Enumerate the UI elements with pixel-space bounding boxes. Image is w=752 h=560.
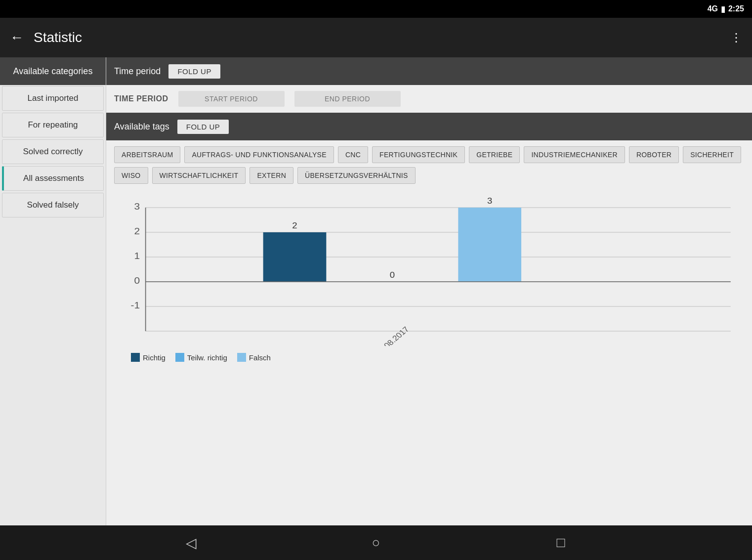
tags-header: Available tags FOLD UP: [106, 113, 752, 140]
tag-arbeitsraum[interactable]: ARBEITSRAUM: [114, 146, 180, 163]
start-period-input[interactable]: [178, 91, 285, 107]
svg-text:3: 3: [134, 201, 140, 211]
app-bar: ← Statistic ⋮: [0, 18, 752, 57]
signal-indicator: 4G: [708, 4, 718, 13]
time-display: 2:25: [728, 4, 744, 13]
chart-wrapper: 3 2 1 0 -1 2 0 3: [111, 198, 742, 366]
sidebar-item-all-assessments[interactable]: All assessments: [2, 166, 104, 191]
bar-chart: 3 2 1 0 -1 2 0 3: [111, 198, 742, 346]
app-title: Statistic: [34, 30, 720, 45]
tag-uebersetzungsverhaeltnis[interactable]: ÜBERSETZUNGSVERHÄLTNIS: [297, 167, 416, 184]
nav-home-button[interactable]: ○: [364, 530, 388, 555]
bar-falsch: [458, 208, 521, 282]
chart-area: 3 2 1 0 -1 2 0 3: [106, 190, 752, 525]
sidebar: Available categories Last imported For r…: [0, 57, 106, 525]
svg-text:01.08.2017: 01.08.2017: [374, 325, 411, 346]
end-period-input[interactable]: [294, 91, 401, 107]
svg-text:-1: -1: [130, 300, 140, 310]
tag-wirtschaftlichkeit[interactable]: WIRTSCHAFTLICHKEIT: [152, 167, 246, 184]
sidebar-header: Available categories: [0, 57, 106, 85]
svg-text:0: 0: [390, 270, 395, 279]
tags-header-label: Available tags: [114, 122, 169, 132]
tag-auftrags[interactable]: AUFTRAGS- UND FUNKTIONSANALYSE: [184, 146, 334, 163]
status-icons: 4G ▮ 2:25: [708, 4, 744, 14]
battery-indicator: ▮: [721, 4, 725, 14]
sidebar-item-solved-correctly[interactable]: Solved correctly: [2, 139, 104, 164]
svg-text:2: 2: [292, 221, 297, 230]
legend-falsch-label: Falsch: [249, 353, 271, 362]
time-period-input-label: TIME PERIOD: [114, 94, 168, 103]
nav-recent-button[interactable]: □: [548, 530, 573, 555]
legend-richtig-color: [131, 353, 140, 362]
back-button[interactable]: ←: [10, 31, 24, 44]
menu-button[interactable]: ⋮: [730, 31, 742, 44]
tag-roboter[interactable]: ROBOTER: [629, 146, 679, 163]
svg-text:3: 3: [487, 198, 492, 206]
legend-falsch: Falsch: [237, 353, 271, 362]
status-bar: 4G ▮ 2:25: [0, 0, 752, 18]
legend-richtig: Richtig: [131, 353, 166, 362]
tag-industriemechaniker[interactable]: INDUSTRIEMECHANIKER: [524, 146, 625, 163]
tags-container: ARBEITSRAUM AUFTRAGS- UND FUNKTIONSANALY…: [106, 140, 752, 190]
nav-back-button[interactable]: ◁: [179, 530, 204, 555]
svg-text:2: 2: [134, 226, 140, 236]
sidebar-item-solved-falsely[interactable]: Solved falsely: [2, 193, 104, 217]
chart-legend: Richtig Teilw. richtig Falsch: [111, 348, 742, 362]
time-period-label: Time period: [114, 66, 161, 77]
tag-cnc[interactable]: CNC: [338, 146, 368, 163]
legend-falsch-color: [237, 353, 246, 362]
legend-teilw-richtig: Teilw. richtig: [175, 353, 227, 362]
time-period-fold-up-button[interactable]: FOLD UP: [168, 64, 220, 79]
tag-getriebe[interactable]: GETRIEBE: [469, 146, 520, 163]
main-content: Available categories Last imported For r…: [0, 57, 752, 525]
sidebar-header-label: Available categories: [13, 66, 93, 77]
bar-richtig: [263, 232, 327, 282]
tag-sicherheit[interactable]: SICHERHEIT: [683, 146, 741, 163]
sidebar-item-last-imported[interactable]: Last imported: [2, 86, 104, 111]
bottom-nav: ◁ ○ □: [0, 525, 752, 560]
legend-teilw-richtig-label: Teilw. richtig: [187, 353, 227, 362]
sidebar-item-for-repeating[interactable]: For repeating: [2, 113, 104, 137]
svg-text:1: 1: [134, 251, 140, 260]
right-panel: Time period FOLD UP TIME PERIOD Availabl…: [106, 57, 752, 525]
svg-text:0: 0: [134, 275, 140, 285]
tags-fold-up-button[interactable]: FOLD UP: [177, 120, 229, 134]
tag-extern[interactable]: EXTERN: [250, 167, 293, 184]
legend-richtig-label: Richtig: [143, 353, 166, 362]
time-period-header: Time period FOLD UP: [106, 57, 752, 85]
tag-fertigungstechnik[interactable]: FERTIGUNGSTECHNIK: [372, 146, 465, 163]
period-row: TIME PERIOD: [106, 85, 752, 113]
legend-teilw-richtig-color: [175, 353, 184, 362]
tag-wiso[interactable]: WISO: [114, 167, 148, 184]
